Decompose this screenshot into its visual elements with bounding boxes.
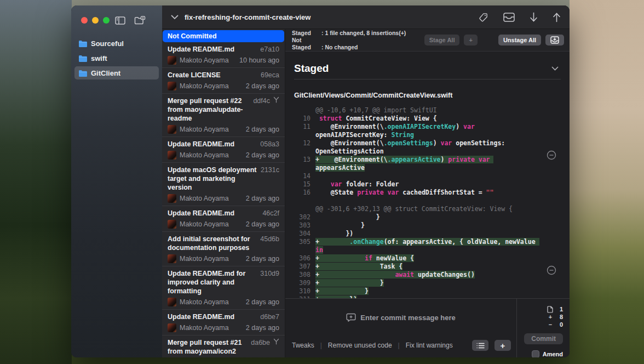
toggle-sidebar-icon[interactable] — [115, 16, 125, 25]
staged-collapse-chevron-icon[interactable] — [551, 66, 559, 71]
wallpaper-right — [570, 0, 644, 364]
diff-line: 302 } — [294, 213, 570, 221]
diff-line-content: + } — [315, 287, 537, 295]
diff-line: 12 @Environment(\.openSettings) var open… — [294, 139, 570, 156]
diff-line: 311+ }) — [294, 295, 570, 298]
diff-line-content: } — [315, 221, 537, 230]
commit-title-row: Update README.md for improved clarity an… — [162, 268, 285, 295]
diff-line-content: @Environment(\.openSettings) var openSet… — [315, 139, 537, 156]
action-remove-unused-code[interactable]: Remove unused code — [328, 342, 392, 349]
code-segment: @Environment(\.openAIAPISecretKey) var o… — [315, 123, 479, 139]
unstage-all-button[interactable]: Unstage All — [498, 35, 541, 46]
commit-row[interactable]: Update README.md for improved clarity an… — [162, 266, 285, 310]
action-fix-lint-warnings[interactable]: Fix lint warnings — [406, 342, 453, 349]
commit-row[interactable]: Merge pull request #21 from maoyama/icon… — [162, 335, 285, 357]
code-segment: var folder: Folder — [315, 180, 399, 188]
commit-date: 10 hours ago — [239, 56, 279, 64]
commit-button[interactable]: Commit — [524, 333, 563, 344]
staged-stats-value: : 1 file changed, 8 insertions(+) — [321, 30, 406, 36]
commit-hash: d6be7 — [260, 312, 279, 321]
sidebar-item-swift[interactable]: swift — [74, 52, 159, 65]
amend-checkbox[interactable] — [532, 350, 539, 357]
tag-icon[interactable] — [478, 12, 488, 22]
added-segment: + }) — [315, 295, 357, 298]
repo-list: SourcefulswiftGitClient — [71, 37, 162, 79]
action-tweaks[interactable]: Tweaks — [292, 342, 314, 349]
commit-row-not-committed[interactable]: Not Committed — [163, 30, 284, 42]
commit-author: Makoto Aoyama — [180, 195, 229, 202]
commit-message-field[interactable]: Enter commit message here Tweaks|Remove … — [285, 299, 517, 357]
commit-title-row: Create LICENSE69eca — [162, 70, 285, 79]
commit-date: 2 days ago — [246, 195, 279, 202]
commit-author: Makoto Aoyama — [180, 255, 229, 263]
insertions-icon: + — [547, 313, 554, 321]
line-number: 306 — [294, 254, 311, 263]
diff-line: 303 } — [294, 221, 570, 230]
commit-author: Makoto Aoyama — [180, 82, 229, 90]
unstage-hunk-button-2[interactable] — [547, 265, 556, 275]
commit-date: 2 days ago — [246, 255, 279, 263]
commit-bar: Enter commit message here Tweaks|Remove … — [285, 298, 570, 357]
pull-down-icon[interactable] — [530, 12, 538, 22]
commit-row[interactable]: Update README.md46c2fMakoto Aoyama2 days… — [162, 206, 285, 232]
line-number: 310 — [294, 287, 311, 295]
stash-button[interactable] — [545, 35, 564, 46]
sidebar-item-sourceful[interactable]: Sourceful — [74, 37, 159, 50]
commit-row[interactable]: Update macOS deployment target and marke… — [162, 163, 285, 206]
deletions-icon: − — [547, 321, 554, 328]
line-number: 13 — [294, 156, 311, 172]
merge-icon — [273, 96, 279, 103]
diff-line: 13+ @Environment(\.appearsActive) privat… — [294, 156, 570, 172]
line-number: 305 — [294, 238, 311, 254]
commit-title: Update README.md for improved clarity an… — [168, 269, 257, 295]
commit-date: 2 days ago — [246, 220, 279, 228]
commit-row[interactable]: Create LICENSE69ecaMakoto Aoyama2 days a… — [162, 68, 285, 94]
branch-chevron-down-icon[interactable] — [171, 15, 179, 20]
deletions-count: 0 — [557, 321, 563, 328]
repo-label: Sourceful — [91, 39, 124, 48]
not-staged-stats-value: : No changed — [321, 44, 358, 50]
line-number: 15 — [294, 180, 311, 189]
commit-row[interactable]: Update README.mdd6be7Makoto Aoyama2 days… — [162, 310, 285, 335]
diff-area: Staged GitClient/Views/Commit/CommitCrea… — [285, 52, 570, 298]
message-templates-button[interactable] — [472, 340, 488, 351]
added-segment: + } — [315, 287, 369, 295]
diff-line-content: }) — [315, 230, 537, 238]
commit-hash: e7a10 — [260, 45, 279, 54]
commit-row[interactable]: Merge pull request #22 from maoyama/upda… — [162, 94, 285, 137]
close-window-button[interactable] — [81, 17, 88, 24]
tray-icon[interactable] — [503, 13, 515, 22]
minimize-window-button[interactable] — [92, 17, 99, 24]
staged-section-title: Staged — [294, 62, 329, 75]
commit-title-row: Update README.md46c2f — [162, 208, 285, 218]
commit-row[interactable]: Update README.mde7a10Makoto Aoyama10 hou… — [162, 42, 285, 68]
sidebar-item-gitclient[interactable]: GitClient — [74, 66, 159, 79]
diff-line-content: @State private var cachedDiffShortStat =… — [315, 189, 537, 197]
zoom-window-button[interactable] — [103, 17, 110, 24]
line-number — [294, 205, 311, 213]
commit-title: Update README.md — [168, 209, 259, 218]
commit-hash: 058a3 — [260, 140, 279, 149]
stage-all-button[interactable]: Stage All — [424, 35, 460, 46]
line-number — [294, 197, 311, 205]
generate-message-button[interactable]: + — [495, 340, 511, 351]
action-separator: | — [320, 342, 322, 349]
commit-hash: da6be — [251, 338, 270, 347]
commit-author: Makoto Aoyama — [180, 151, 229, 159]
commit-hash: ddf4c — [253, 96, 270, 105]
diff-line-content: + .onChange(of: appearsActive, { oldValu… — [315, 238, 537, 254]
avatar — [168, 82, 176, 90]
diff-line-content: @@ -10,6 +10,7 @@ import SwiftUI — [315, 106, 537, 115]
commit-title: Update README.md — [168, 312, 257, 321]
push-up-icon[interactable] — [553, 12, 561, 22]
commit-author-row: Makoto Aoyama2 days ago — [162, 252, 285, 264]
folder-icon — [78, 55, 87, 62]
stage-add-button[interactable]: + — [464, 35, 477, 46]
commit-row[interactable]: Add initial screenshot for documentation… — [162, 232, 285, 266]
commit-row[interactable]: Update README.md058a3Makoto Aoyama2 days… — [162, 137, 285, 163]
added-segment: + await updateChanges() — [315, 271, 475, 278]
unstage-hunk-button-1[interactable] — [547, 150, 556, 160]
commit-author-row: Makoto Aoyama2 days ago — [162, 295, 285, 307]
wallpaper-left — [0, 0, 72, 364]
add-repository-icon[interactable] — [134, 16, 146, 25]
